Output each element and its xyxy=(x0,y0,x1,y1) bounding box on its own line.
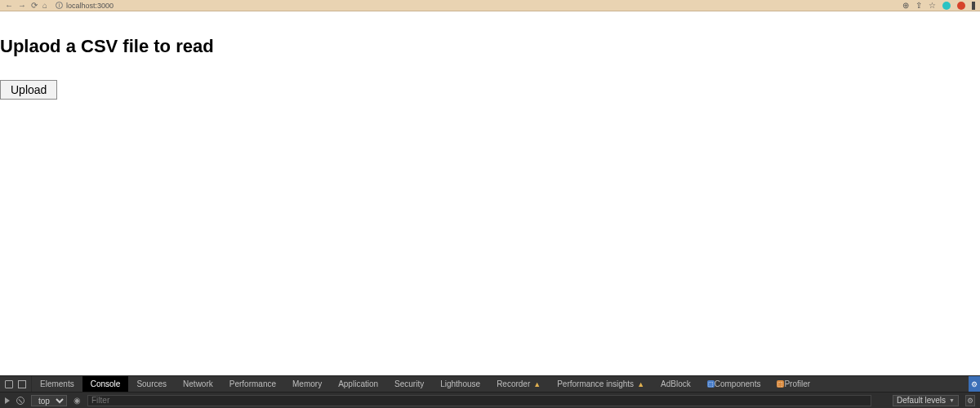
devtools-tab-label: Memory xyxy=(292,379,322,388)
back-icon[interactable]: ← xyxy=(5,1,13,10)
console-settings-icon[interactable]: ⚙ xyxy=(965,395,975,406)
devtools-tab-label: Performance xyxy=(229,379,276,388)
devtools-tab-label: Components xyxy=(715,379,761,388)
warning-icon: ▲ xyxy=(533,380,541,388)
components-badge-icon: ⬚ xyxy=(707,380,715,388)
menu-icon[interactable] xyxy=(972,2,975,10)
devtools-tab-lighthouse[interactable]: Lighthouse xyxy=(432,376,488,392)
console-sidebar-toggle-icon[interactable] xyxy=(5,397,10,404)
devtools-tab-elements[interactable]: Elements xyxy=(32,376,82,392)
devtools-tab-network[interactable]: Network xyxy=(175,376,221,392)
console-filter-input[interactable] xyxy=(87,395,871,406)
devtools-tab-label: Network xyxy=(183,379,213,388)
devtools-tab-label: Console xyxy=(91,379,121,388)
browser-chrome-bar: ← → ⟳ ⌂ i localhost:3000 ⊕ ⇪ ☆ xyxy=(0,0,980,11)
devtools-tab-label: Recorder xyxy=(497,379,530,388)
home-icon[interactable]: ⌂ xyxy=(42,1,47,10)
log-levels-dropdown[interactable]: Default levels xyxy=(893,395,959,406)
live-expression-icon[interactable]: ◉ xyxy=(74,396,81,405)
url-text: localhost:3000 xyxy=(66,2,114,10)
devtools-tab-strip: ElementsConsoleSourcesNetworkPerformance… xyxy=(0,375,980,392)
devtools-tab-application[interactable]: Application xyxy=(330,376,386,392)
devtools-tab-memory[interactable]: Memory xyxy=(284,376,330,392)
devtools-tab-components[interactable]: ⬚Components xyxy=(699,376,769,392)
devtools-tab-performance-insights[interactable]: Performance insights▲ xyxy=(549,376,653,392)
extension-teal-icon[interactable] xyxy=(942,2,951,10)
bookmark-icon[interactable]: ☆ xyxy=(929,1,936,10)
clear-console-icon[interactable] xyxy=(16,397,24,405)
site-info-icon[interactable]: i xyxy=(56,2,63,9)
devtools-tab-performance[interactable]: Performance xyxy=(221,376,284,392)
devtools-left-icons xyxy=(0,376,32,392)
warning-icon: ▲ xyxy=(637,380,644,388)
devtools-tab-label: Elements xyxy=(40,379,74,388)
nav-button-group: ← → ⟳ ⌂ xyxy=(5,1,47,10)
devtools-tab-label: Sources xyxy=(136,379,167,388)
devtools-tab-label: Lighthouse xyxy=(440,379,480,388)
device-toolbar-icon[interactable] xyxy=(18,380,26,388)
devtools-tab-sources[interactable]: Sources xyxy=(128,376,175,392)
zoom-icon[interactable]: ⊕ xyxy=(902,1,909,10)
forward-icon[interactable]: → xyxy=(18,1,26,10)
page-heading: Uplaod a CSV file to read xyxy=(0,11,980,57)
devtools-tab-label: Application xyxy=(338,379,378,388)
devtools-settings-icon[interactable]: ⚙ xyxy=(969,376,980,392)
devtools-tab-recorder[interactable]: Recorder▲ xyxy=(488,376,549,392)
devtools-tab-label: AdBlock xyxy=(661,379,691,388)
devtools-tab-console[interactable]: Console xyxy=(82,376,129,392)
extension-red-icon[interactable] xyxy=(957,2,965,10)
reload-icon[interactable]: ⟳ xyxy=(31,1,38,10)
devtools-console-toolbar: top ◉ Default levels ⚙ xyxy=(0,392,980,408)
page-viewport: Uplaod a CSV file to read Upload xyxy=(0,11,980,375)
inspect-element-icon[interactable] xyxy=(5,380,13,388)
devtools-tab-label: Profiler xyxy=(784,379,810,388)
devtools-tab-profiler[interactable]: ⬚Profiler xyxy=(768,376,818,392)
log-levels-label: Default levels xyxy=(897,396,946,405)
upload-button[interactable]: Upload xyxy=(0,80,57,100)
chrome-right-icons: ⊕ ⇪ ☆ xyxy=(902,1,975,10)
profiler-badge-icon: ⬚ xyxy=(777,380,784,388)
share-icon[interactable]: ⇪ xyxy=(915,1,922,10)
devtools-tab-label: Security xyxy=(394,379,424,388)
address-bar[interactable]: i localhost:3000 xyxy=(56,2,114,10)
execution-context-select[interactable]: top xyxy=(31,395,67,406)
devtools-tab-adblock[interactable]: AdBlock xyxy=(653,376,699,392)
devtools-tab-label: Performance insights xyxy=(557,379,634,388)
devtools-tab-security[interactable]: Security xyxy=(386,376,432,392)
